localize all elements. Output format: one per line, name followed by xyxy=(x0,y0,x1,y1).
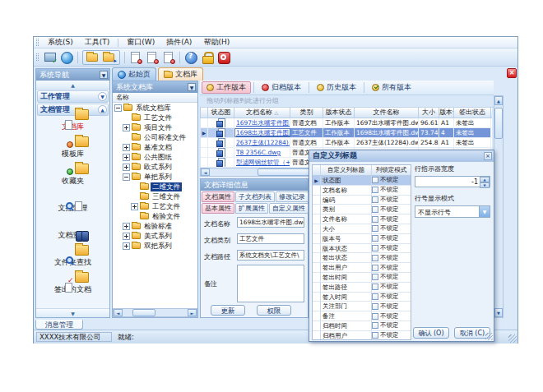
tree-horizontal-scrollbar[interactable]: ◄ ► xyxy=(113,308,197,317)
tab-basic-props[interactable]: 基本属性 xyxy=(202,203,234,214)
column-checkout-state[interactable]: 签出状态 xyxy=(454,108,491,118)
tab-custom-props[interactable]: 自定义属性 xyxy=(269,203,309,214)
lock-checkbox[interactable] xyxy=(372,332,378,339)
doc-checkout-icon[interactable] xyxy=(146,51,159,64)
lock-checkbox[interactable] xyxy=(372,187,378,193)
column-doc-name[interactable]: 文档名称 △ xyxy=(234,108,290,118)
dialog-row[interactable]: 文件名称不锁定 xyxy=(313,214,411,224)
dialog-row[interactable]: 类别不锁定 xyxy=(313,205,411,214)
toolbar-grip[interactable] xyxy=(36,53,39,61)
column-size[interactable]: 大小 xyxy=(419,108,439,118)
tab-extended-props[interactable]: 扩展属性 xyxy=(235,203,268,214)
tree-column-header[interactable]: 名称 xyxy=(113,93,197,103)
dialog-row[interactable]: 签出用户不锁定 xyxy=(313,263,411,273)
column-category[interactable]: 类别 xyxy=(290,108,323,118)
dialog-row[interactable]: 签出状态不锁定 xyxy=(313,253,411,263)
sidebar-item-doclib[interactable]: 文档库 xyxy=(36,120,109,132)
menu-tools[interactable]: 工具(T) xyxy=(79,37,116,48)
ok-button[interactable]: 确认 (O) xyxy=(413,327,449,339)
table-row[interactable]: 2637主体(12284).dwg 普通文档 工作版本 2637主体(12284… xyxy=(201,138,492,148)
dialog-row[interactable]: 签入时间不锁定 xyxy=(313,293,411,302)
tree-item[interactable]: 工艺文件 xyxy=(113,113,197,122)
lock-checkbox[interactable] xyxy=(372,255,378,261)
sidebar-group-docs[interactable]: 文档管理 ▲ xyxy=(37,104,109,116)
doc-name-field[interactable]: 1698出水嘴零件图.dwg xyxy=(237,217,304,228)
dialog-row[interactable]: 签出时间不锁定 xyxy=(313,273,411,283)
scroll-right-icon[interactable]: ► xyxy=(188,309,197,316)
chevron-down-icon[interactable]: ▼ xyxy=(479,206,490,217)
pin-icon[interactable]: ▼ xyxy=(188,83,196,91)
dialog-row[interactable]: 归档用户不锁定 xyxy=(313,331,411,340)
all-version-button[interactable]: 所有版本 xyxy=(367,81,416,94)
lock-checkbox[interactable] xyxy=(372,303,378,310)
scroll-up-strip[interactable]: ▲ xyxy=(36,81,109,90)
spin-down-icon[interactable]: ▼ xyxy=(480,182,490,188)
tree-item[interactable]: 公司标准文件 xyxy=(113,132,197,142)
scroll-left-icon[interactable]: ◄ xyxy=(114,309,123,316)
sidebar-item-favorites[interactable]: 收藏夹 xyxy=(36,174,109,187)
tree-item[interactable]: 基准文档 xyxy=(113,142,197,152)
tree-item-selected[interactable]: 二维文件 xyxy=(113,182,197,191)
tree-item[interactable]: 检验文件 xyxy=(113,211,197,221)
scroll-up-icon[interactable]: ▲ xyxy=(494,96,503,105)
menu-plugins[interactable]: 插件(A) xyxy=(160,37,197,48)
close-icon[interactable]: × xyxy=(507,68,517,78)
lock-checkbox[interactable] xyxy=(372,284,378,290)
sidebar-item-checked-out[interactable]: ✓ 签出的文档 xyxy=(36,283,109,295)
doc-checkin-icon[interactable] xyxy=(129,51,142,64)
exit-icon[interactable] xyxy=(217,51,230,64)
lock-checkbox[interactable] xyxy=(372,313,378,320)
tree-item[interactable]: 欧式系列 xyxy=(113,162,197,172)
spin-up-icon[interactable]: ▲ xyxy=(480,177,490,182)
row-number-mode-select[interactable]: 不显示行号 ▼ xyxy=(415,205,490,218)
pin-icon[interactable]: ▼ xyxy=(100,71,108,79)
sidebar-item-doc-control[interactable]: 文控管理 xyxy=(36,201,109,214)
expand-icon[interactable] xyxy=(123,164,130,171)
scrollbar-thumb[interactable] xyxy=(494,108,503,139)
dialog-row[interactable]: 版本号不锁定 xyxy=(313,234,411,244)
expand-icon[interactable] xyxy=(131,203,138,210)
menu-system[interactable]: 系统(S) xyxy=(42,37,79,48)
tree-item[interactable]: 公共图纸 xyxy=(113,152,197,162)
sidebar-item-templates[interactable]: 模板库 xyxy=(36,147,109,159)
folder-open-icon[interactable] xyxy=(86,51,100,64)
close-icon[interactable]: × xyxy=(484,152,492,160)
dialog-row[interactable]: 大小不锁定 xyxy=(313,224,411,234)
chevron-up-icon[interactable]: ▲ xyxy=(98,105,107,114)
expand-icon[interactable] xyxy=(123,154,130,161)
chevron-down-icon[interactable]: ▼ xyxy=(98,92,107,101)
column-version-no[interactable]: 版本号 xyxy=(439,108,454,118)
tab-subdoc-list[interactable]: 子文档列表 xyxy=(235,191,275,202)
scroll-left-icon[interactable]: ◄ xyxy=(201,168,210,176)
dialog-col-title[interactable]: 自定义列标题 xyxy=(321,165,372,175)
tab-start-page[interactable]: 起始页 xyxy=(112,67,156,81)
work-version-button[interactable]: 工作版本 xyxy=(202,81,251,94)
sidebar-item-doc-search[interactable]: 文档查找 xyxy=(36,228,109,241)
dialog-row[interactable]: 签出路径不锁定 xyxy=(313,283,411,293)
note-textarea[interactable] xyxy=(237,265,304,302)
folder-switch-icon[interactable]: ▸ xyxy=(103,51,116,64)
scroll-down-icon[interactable]: ▼ xyxy=(494,308,503,317)
tree-item[interactable]: 双把系列 xyxy=(113,241,197,251)
lock-checkbox[interactable] xyxy=(372,245,378,251)
column-version-state[interactable]: 版本状态 xyxy=(323,108,355,118)
lock-checkbox[interactable] xyxy=(372,196,378,203)
expand-icon[interactable] xyxy=(123,144,130,151)
lock-icon[interactable] xyxy=(201,51,214,64)
doc-category-field[interactable]: 工艺文件 xyxy=(237,233,304,244)
scrollbar-thumb[interactable] xyxy=(132,309,155,316)
globe-icon[interactable] xyxy=(60,51,73,64)
tree-item[interactable]: 工艺文件 xyxy=(113,201,197,211)
lock-checkbox[interactable] xyxy=(372,235,378,242)
lock-checkbox[interactable] xyxy=(372,265,378,271)
expand-icon[interactable] xyxy=(123,242,130,250)
scroll-down-strip[interactable]: ▼ xyxy=(36,308,109,317)
dialog-row[interactable]: 版本状态不锁定 xyxy=(313,244,411,254)
collapse-icon[interactable] xyxy=(114,104,122,112)
lock-checkbox[interactable] xyxy=(372,274,378,280)
dialog-title-bar[interactable]: 自定义列标题 × xyxy=(309,150,494,162)
expand-icon[interactable] xyxy=(123,223,130,230)
tree-item[interactable]: 项目文件 xyxy=(113,122,197,132)
dialog-col-lockmode[interactable]: 列锁定模式 xyxy=(372,165,411,175)
archive-version-button[interactable]: 归档版本 xyxy=(257,81,306,94)
